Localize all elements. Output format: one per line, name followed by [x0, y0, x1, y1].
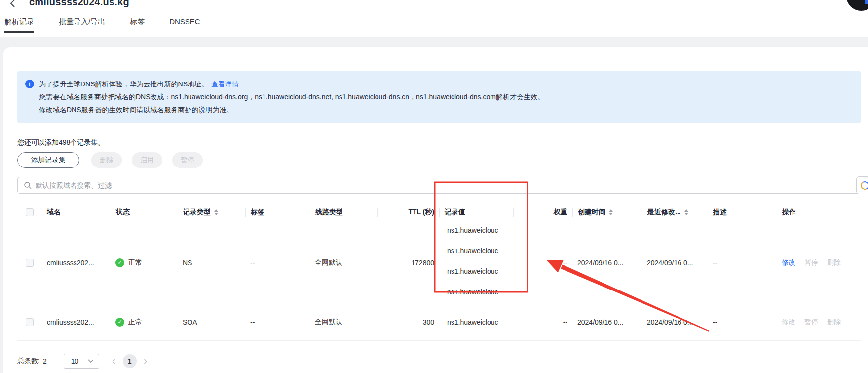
banner-line3: 修改域名DNS服务器的生效时间请以域名服务商处的说明为准。 — [39, 103, 544, 116]
col-ttl: TTL (秒) — [377, 208, 439, 217]
quota-text: 您还可以添加498个记录集。 — [17, 138, 861, 147]
cell-domain: cmliussss202... — [42, 259, 111, 267]
cell-modified: 2024/09/16 0... — [642, 259, 708, 267]
tab-batch-import-export[interactable]: 批量导入/导出 — [59, 17, 105, 33]
table-row-ns: cmliussss202... ✓ 正常 NS -- 全网默认 172800 n… — [17, 222, 861, 303]
select-all-checkbox[interactable] — [26, 208, 34, 216]
info-icon: i — [25, 80, 34, 88]
cell-created: 2024/09/16 0... — [572, 259, 642, 267]
cell-created: 2024/09/16 0... — [572, 318, 642, 326]
row-checkbox[interactable] — [26, 259, 34, 267]
page-header: cmliussss2024.us.kg 解析记录 批量导入/导出 标签 DNSS… — [0, 0, 868, 37]
cell-tag: -- — [245, 259, 310, 267]
divider — [22, 0, 22, 8]
cell-ttl: 300 — [377, 318, 439, 326]
banner-text: 为了提升全球DNS解析体验，华为云推出新的NS地址。查看详情 您需要在域名服务商… — [39, 78, 544, 116]
record-value: ns1.huaweiclouc — [447, 225, 498, 235]
cell-status: ✓ 正常 — [111, 258, 178, 267]
sort-icon[interactable] — [684, 209, 688, 215]
chevron-down-icon — [88, 359, 94, 363]
records-table: 域名 状态 记录类型 标签 线路类型 TTL (秒) 记录值 权重 创建时间 最… — [17, 203, 861, 341]
col-value: 记录值 — [439, 208, 513, 217]
cell-desc: -- — [708, 259, 777, 267]
status-ok-icon: ✓ — [115, 318, 124, 327]
tab-dnssec[interactable]: DNSSEC — [169, 17, 200, 33]
col-modified: 最近修改... — [642, 208, 708, 217]
cell-tag: -- — [245, 318, 310, 326]
tab-bar: 解析记录 批量导入/导出 标签 DNSSEC — [0, 17, 868, 33]
col-ops: 操作 — [777, 208, 861, 217]
cell-ops: 修改 暂停 删除 — [777, 258, 861, 267]
total-count: 2 — [43, 357, 47, 365]
cell-weight: -- — [513, 318, 572, 326]
next-page-button[interactable]: › — [140, 355, 151, 367]
table-row-soa: cmliussss202... ✓ 正常 SOA -- 全网默认 300 ns1… — [17, 303, 861, 341]
col-domain: 域名 — [42, 208, 111, 217]
sort-icon[interactable] — [609, 209, 613, 215]
delete-link[interactable]: 删除 — [827, 258, 841, 267]
search-input[interactable] — [36, 181, 856, 189]
chevron-left-icon — [9, 0, 15, 8]
row-checkbox[interactable] — [26, 318, 34, 326]
corner-dot-icon — [865, 0, 868, 4]
info-banner: i 为了提升全球DNS解析体验，华为云推出新的NS地址。查看详情 您需要在域名服… — [17, 71, 861, 123]
record-value: ns1.huaweiclouc — [447, 266, 498, 276]
search-row — [17, 177, 861, 194]
refresh-button[interactable] — [856, 176, 868, 194]
pagination: 总条数: 2 10 ‹ 1 › — [17, 354, 861, 369]
cell-record-values: ns1.huaweiclouc — [439, 318, 513, 326]
tab-resolution-records[interactable]: 解析记录 — [4, 17, 34, 33]
cell-type: SOA — [178, 318, 245, 326]
add-record-set-button[interactable]: 添加记录集 — [17, 152, 79, 168]
col-created: 创建时间 — [572, 208, 642, 217]
search-box — [17, 177, 861, 194]
cell-status: ✓ 正常 — [111, 318, 178, 327]
pause-button[interactable]: 暂停 — [172, 152, 203, 168]
cell-desc: -- — [708, 318, 777, 326]
back-button[interactable] — [7, 0, 18, 9]
cell-weight: -- — [513, 259, 572, 267]
modify-link[interactable]: 修改 — [782, 318, 795, 327]
search-icon — [24, 181, 32, 189]
record-value: ns1.huaweiclouc — [447, 246, 498, 256]
sort-icon[interactable] — [214, 209, 218, 215]
col-status: 状态 — [111, 208, 178, 217]
cell-ops: 修改 暂停 删除 — [777, 318, 861, 327]
tab-tags[interactable]: 标签 — [130, 17, 145, 33]
cell-record-values: ns1.huaweiclouc ns1.huaweiclouc ns1.huaw… — [439, 222, 513, 303]
col-weight: 权重 — [513, 208, 572, 217]
current-page[interactable]: 1 — [123, 354, 137, 368]
cell-type: NS — [178, 259, 245, 267]
cell-domain: cmliussss202... — [42, 318, 111, 326]
cell-ttl: 172800 — [377, 259, 439, 267]
banner-line2: 您需要在域名服务商处把域名的DNS改成：ns1.huaweicloud-dns.… — [39, 90, 544, 103]
delete-link[interactable]: 删除 — [827, 318, 841, 327]
records-panel: i 为了提升全球DNS解析体验，华为云推出新的NS地址。查看详情 您需要在域名服… — [3, 47, 868, 373]
record-value: ns1.huaweiclouc — [447, 287, 498, 297]
pause-link[interactable]: 暂停 — [804, 318, 818, 327]
table-header-row: 域名 状态 记录类型 标签 线路类型 TTL (秒) 记录值 权重 创建时间 最… — [17, 203, 861, 222]
col-type: 记录类型 — [178, 208, 245, 217]
status-ok-icon: ✓ — [115, 258, 124, 267]
prev-page-button[interactable]: ‹ — [108, 355, 120, 367]
col-line: 线路类型 — [310, 208, 377, 217]
cell-line: 全网默认 — [310, 318, 377, 327]
enable-button[interactable]: 启用 — [132, 152, 162, 168]
modify-link[interactable]: 修改 — [782, 258, 795, 267]
page-size-select[interactable]: 10 — [64, 354, 99, 369]
col-tag: 标签 — [245, 208, 310, 217]
cell-modified: 2024/09/16 0... — [642, 318, 708, 326]
refresh-icon — [860, 180, 868, 191]
page-size-value: 10 — [71, 357, 79, 365]
total-label: 总条数: — [17, 357, 40, 366]
view-details-link[interactable]: 查看详情 — [211, 80, 239, 88]
pause-link[interactable]: 暂停 — [804, 258, 818, 267]
toolbar: 添加记录集 删除 启用 暂停 — [17, 152, 861, 168]
page-title: cmliussss2024.us.kg — [29, 0, 129, 7]
cell-line: 全网默认 — [310, 258, 377, 267]
banner-line1: 为了提升全球DNS解析体验，华为云推出新的NS地址。 — [39, 80, 208, 88]
delete-button[interactable]: 删除 — [91, 152, 122, 168]
col-desc: 描述 — [708, 208, 777, 217]
